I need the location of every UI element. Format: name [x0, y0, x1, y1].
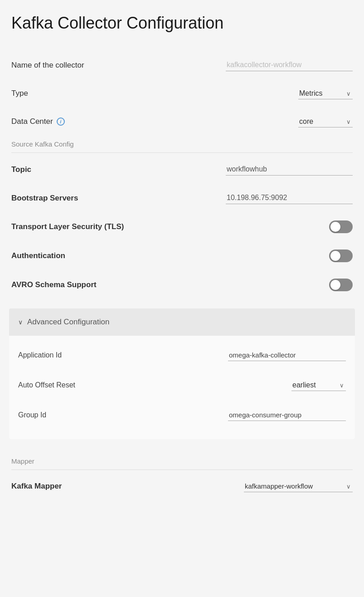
- advanced-configuration-header[interactable]: ∨ Advanced Configuration: [9, 308, 355, 336]
- topic-input[interactable]: [226, 163, 353, 176]
- bootstrap-servers-label: Bootstrap Servers: [11, 194, 78, 203]
- bootstrap-servers-row: Bootstrap Servers: [11, 184, 353, 212]
- auto-offset-reset-select[interactable]: earliest latest none: [291, 379, 346, 391]
- page-title: Kafka Collector Configuration: [9, 14, 355, 33]
- form-section: Name of the collector Type Metrics Logs …: [9, 51, 355, 299]
- source-kafka-config-header: Source Kafka Config: [11, 136, 353, 150]
- advanced-configuration-content: Application Id Auto Offset Reset earlies…: [9, 336, 355, 439]
- auto-offset-reset-row: Auto Offset Reset earliest latest none: [18, 370, 346, 400]
- divider-2: [11, 470, 353, 470]
- collector-name-row: Name of the collector: [11, 51, 353, 79]
- collector-name-input[interactable]: [226, 59, 353, 71]
- group-id-label: Group Id: [18, 411, 46, 419]
- collector-name-label: Name of the collector: [11, 61, 84, 70]
- advanced-configuration-label: Advanced Configuration: [27, 318, 109, 327]
- bootstrap-servers-input[interactable]: [226, 192, 353, 204]
- data-center-select-wrapper: core us-east-1 us-west-2: [298, 116, 353, 127]
- authentication-toggle[interactable]: [329, 250, 353, 262]
- group-id-row: Group Id: [18, 400, 346, 430]
- mapper-section: Mapper Kafka Mapper kafkamapper-workflow…: [9, 448, 355, 505]
- data-center-select[interactable]: core us-east-1 us-west-2: [298, 116, 353, 127]
- divider-1: [11, 152, 353, 153]
- data-center-info-icon[interactable]: i: [57, 117, 65, 126]
- advanced-chevron-icon: ∨: [18, 318, 23, 326]
- avro-schema-toggle[interactable]: [329, 279, 353, 291]
- application-id-input[interactable]: [228, 349, 346, 361]
- kafka-mapper-select[interactable]: kafkamapper-workflow default-mapper: [244, 480, 353, 492]
- type-select[interactable]: Metrics Logs Traces: [298, 88, 353, 99]
- authentication-row: Authentication: [11, 241, 353, 270]
- type-label: Type: [11, 89, 28, 98]
- type-select-wrapper: Metrics Logs Traces: [298, 88, 353, 99]
- type-row: Type Metrics Logs Traces: [11, 79, 353, 108]
- application-id-label: Application Id: [18, 351, 62, 359]
- topic-label: Topic: [11, 165, 31, 174]
- tls-toggle[interactable]: [329, 220, 353, 233]
- application-id-row: Application Id: [18, 340, 346, 370]
- topic-row: Topic: [11, 155, 353, 184]
- auto-offset-reset-label: Auto Offset Reset: [18, 381, 75, 389]
- kafka-mapper-label: Kafka Mapper: [11, 482, 62, 491]
- avro-schema-label: AVRO Schema Support: [11, 280, 97, 289]
- auto-offset-reset-select-wrapper: earliest latest none: [291, 379, 346, 391]
- kafka-mapper-row: Kafka Mapper kafkamapper-workflow defaul…: [11, 472, 353, 500]
- avro-schema-row: AVRO Schema Support: [11, 270, 353, 299]
- tls-row: Transport Layer Security (TLS): [11, 212, 353, 241]
- authentication-label: Authentication: [11, 251, 65, 260]
- advanced-configuration-section: ∨ Advanced Configuration Application Id …: [9, 308, 355, 439]
- tls-label: Transport Layer Security (TLS): [11, 222, 124, 231]
- kafka-mapper-select-wrapper: kafkamapper-workflow default-mapper: [244, 480, 353, 492]
- data-center-row: Data Center i core us-east-1 us-west-2: [11, 108, 353, 136]
- data-center-label: Data Center i: [11, 117, 65, 126]
- mapper-section-header: Mapper: [11, 453, 353, 467]
- group-id-input[interactable]: [228, 409, 346, 421]
